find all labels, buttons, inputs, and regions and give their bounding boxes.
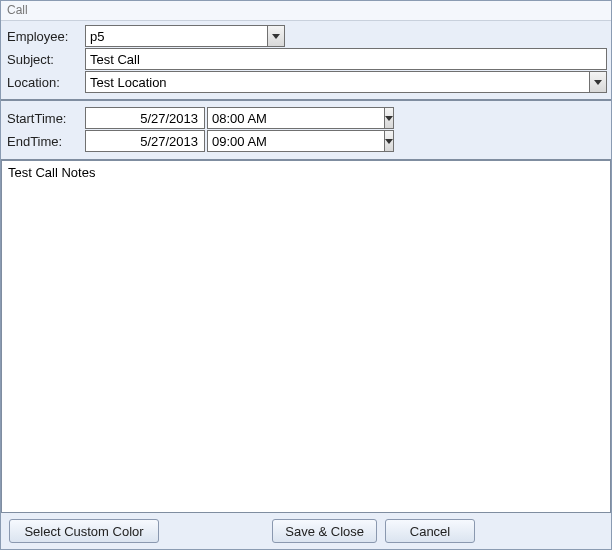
notes-textarea[interactable]: [2, 161, 610, 512]
time-fields-section: StartTime: EndTime:: [1, 101, 611, 161]
end-time-row: EndTime:: [5, 130, 607, 152]
start-time-combo[interactable]: [207, 107, 317, 129]
employee-label: Employee:: [5, 29, 85, 44]
end-time-label: EndTime:: [5, 134, 85, 149]
location-label: Location:: [5, 75, 85, 90]
location-input[interactable]: [85, 71, 589, 93]
start-time-label: StartTime:: [5, 111, 85, 126]
subject-input[interactable]: [85, 48, 607, 70]
chevron-down-icon: [385, 139, 393, 144]
subject-label: Subject:: [5, 52, 85, 67]
chevron-down-icon: [272, 34, 280, 39]
dialog-title: Call: [1, 1, 611, 21]
chevron-down-icon: [385, 116, 393, 121]
start-date-input[interactable]: [85, 107, 205, 129]
employee-row: Employee:: [5, 25, 607, 47]
employee-combo[interactable]: [85, 25, 285, 47]
start-time-row: StartTime:: [5, 107, 607, 129]
select-custom-color-button[interactable]: Select Custom Color: [9, 519, 159, 543]
call-dialog: Call Employee: Subject: Location:: [0, 0, 612, 550]
location-combo[interactable]: [85, 71, 607, 93]
notes-area: [1, 161, 611, 513]
start-time-input[interactable]: [207, 107, 384, 129]
employee-input[interactable]: [85, 25, 267, 47]
chevron-down-icon: [594, 80, 602, 85]
end-time-combo[interactable]: [207, 130, 317, 152]
end-time-input[interactable]: [207, 130, 384, 152]
location-dropdown-button[interactable]: [589, 71, 607, 93]
end-date-input[interactable]: [85, 130, 205, 152]
button-bar: Select Custom Color Save & Close Cancel: [1, 513, 611, 549]
basic-fields-section: Employee: Subject: Location:: [1, 21, 611, 101]
start-time-dropdown-button[interactable]: [384, 107, 394, 129]
subject-row: Subject:: [5, 48, 607, 70]
cancel-button[interactable]: Cancel: [385, 519, 475, 543]
location-row: Location:: [5, 71, 607, 93]
save-close-button[interactable]: Save & Close: [272, 519, 377, 543]
end-time-dropdown-button[interactable]: [384, 130, 394, 152]
employee-dropdown-button[interactable]: [267, 25, 285, 47]
